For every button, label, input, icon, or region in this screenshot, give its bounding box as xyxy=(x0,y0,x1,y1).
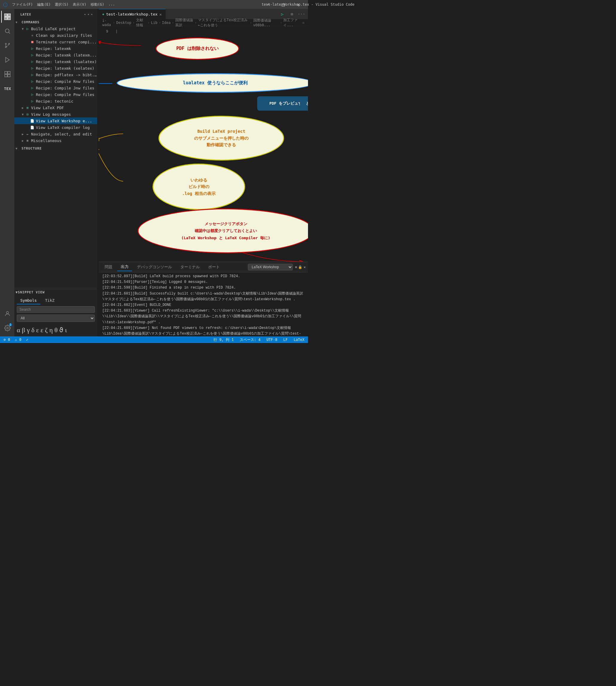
view-log-label: View Log messages xyxy=(31,112,71,117)
tree-item-recipe-lualatex[interactable]: ▶ ▷ Recipe: latexmk (lualatex) xyxy=(14,58,97,65)
tree-item-navigate[interactable]: ▶ ✏ Navigate, select, and edit xyxy=(14,131,97,137)
snippet-dropdown[interactable]: All xyxy=(17,315,95,322)
snippet-view-header[interactable]: ▼ SNIPPET VIEW xyxy=(14,289,97,296)
tree-item-recipe-jnw[interactable]: ▶ ▷ Recipe: Compile Jnw files xyxy=(14,85,97,91)
tree-section: ▼ COMMANDS ▼ ▷ Build LaTeX project ▶ ≡ C… xyxy=(14,19,97,289)
status-errors[interactable]: ⊘ 0 xyxy=(2,336,12,343)
terminal-close-icon[interactable]: ✕ xyxy=(304,265,306,269)
menu-view[interactable]: 表示(V) xyxy=(71,1,88,8)
tab-close-icon[interactable]: ✕ xyxy=(159,12,162,17)
terminal-tab-debug[interactable]: デバッグコンソール xyxy=(133,263,176,271)
view-pdf-chevron-icon: ▶ xyxy=(20,105,25,110)
r2-play-icon: ▷ xyxy=(30,53,35,58)
tree-item-view-workshop-e[interactable]: ▶ 📄 View LaTeX Workshop e... xyxy=(14,117,97,124)
section-commands[interactable]: ▼ COMMANDS xyxy=(14,19,97,25)
r5-play-icon: ▷ xyxy=(30,72,35,77)
svg-rect-7 xyxy=(8,71,10,74)
navigate-label: Navigate, select, and edit xyxy=(31,132,92,136)
activity-bar-bottom: 1 xyxy=(1,308,13,336)
activity-settings-icon[interactable]: 1 xyxy=(1,322,13,334)
more-actions-icon[interactable]: ··· xyxy=(297,10,306,18)
tree-item-recipe-latexmk[interactable]: ▶ ▷ Recipe: latexmk xyxy=(14,45,97,52)
bc-sep2: › xyxy=(132,21,135,25)
editor-area: ◈ test-latexWorkshop.tex ✕ ▷ ⊞ ··· i-wad… xyxy=(99,9,308,336)
bc-desktop[interactable]: Desktop xyxy=(116,21,132,25)
r7-label: Recipe: Compile Jnw files xyxy=(36,86,94,90)
r9-play-icon: ▷ xyxy=(30,99,35,104)
log-line-5: [22:04:21.602][Event] BUILD_DONE xyxy=(102,302,304,308)
tree-item-recipe-tectonic[interactable]: ▶ ▷ Recipe: tectonic xyxy=(14,98,97,104)
snippet-symbols: α β γ δ ε ε ζ η θ ϑ ι xyxy=(14,324,97,336)
check-icon: ✓ xyxy=(26,338,28,342)
bc-iwada[interactable]: i-wada xyxy=(102,19,112,27)
bc-lib[interactable]: Lib xyxy=(151,21,158,25)
activity-search-icon[interactable] xyxy=(1,25,13,37)
clean-icon: ≡ xyxy=(30,33,35,38)
menu-file[interactable]: ファイル(F) xyxy=(10,1,35,8)
menu-select[interactable]: 選択(S) xyxy=(53,1,70,8)
tree-item-recipe-latexmk2[interactable]: ▶ ▷ Recipe: latexmk (latexm... xyxy=(14,52,97,58)
sidebar-more-button[interactable]: ··· xyxy=(83,12,94,18)
section-structure[interactable]: ▼ STRUCTURE xyxy=(14,145,97,152)
status-warnings[interactable]: ⚠ 0 xyxy=(14,336,23,343)
run-icon[interactable]: ▷ xyxy=(278,10,286,18)
terminal-tab-terminal[interactable]: ターミナル xyxy=(177,263,203,271)
log-line-6: [22:04:21.603][Viewer] Call refreshExist… xyxy=(102,308,304,325)
bc-idea[interactable]: Idea xyxy=(162,21,171,25)
split-editor-icon[interactable]: ⊞ xyxy=(288,10,296,18)
tree-item-build-latex[interactable]: ▼ ▷ Build LaTeX project xyxy=(14,25,97,32)
r3-label: Recipe: latexmk (lualatex) xyxy=(36,60,97,64)
status-line-col[interactable]: 行 9, 列 1 xyxy=(212,336,235,343)
activity-debug-icon[interactable] xyxy=(1,54,13,66)
terminal-tab-port[interactable]: ポート xyxy=(204,263,223,271)
activity-account-icon[interactable] xyxy=(1,308,13,320)
menu-go[interactable]: 移動(G) xyxy=(89,1,106,8)
clean-up-label: Clean up auxiliary files xyxy=(36,33,92,38)
tree-item-clean-up[interactable]: ▶ ≡ Clean up auxiliary files xyxy=(14,32,97,39)
terminal-lock-icon[interactable]: 🔒 xyxy=(298,265,302,269)
tab-tikz[interactable]: TikZ xyxy=(42,297,58,305)
svg-point-3 xyxy=(9,43,10,45)
r9-label: Recipe: tectonic xyxy=(36,99,73,104)
snippet-search-input[interactable] xyxy=(17,306,95,313)
line-number-9: 9 xyxy=(99,28,108,34)
r4-label: Recipe: latexmk (xelatex) xyxy=(36,66,94,71)
svg-point-4 xyxy=(5,47,6,48)
terminal-tab-mondai[interactable]: 問題 xyxy=(101,263,116,271)
tree-item-view-log[interactable]: ▼ ⊟ View Log messages xyxy=(14,111,97,117)
status-check[interactable]: ✓ xyxy=(25,336,29,343)
terminate-icon: ■ xyxy=(30,40,35,44)
menu-more[interactable]: ... xyxy=(107,1,117,8)
r8-label: Recipe: Compile Pnw files xyxy=(36,92,94,97)
terminal-clear-icon[interactable]: ≡ xyxy=(295,265,297,269)
tab-symbols[interactable]: Symbols xyxy=(17,297,40,305)
menu-edit[interactable]: 編集(E) xyxy=(35,1,52,8)
tree-item-recipe-pnw[interactable]: ▶ ▷ Recipe: Compile Pnw files xyxy=(14,91,97,98)
log-line-3: [22:04:21.598][Build] Finished a step in… xyxy=(102,285,304,291)
tree-item-view-compiler-log[interactable]: ▶ 📄 View LaTeX compiler log xyxy=(14,124,97,131)
tree-item-terminate[interactable]: ▶ ■ Terminate current compi... xyxy=(14,39,97,45)
status-language[interactable]: LaTeX xyxy=(292,336,306,343)
tree-item-recipe-xelatex[interactable]: ▶ ▷ Recipe: latexmk (xelatex) xyxy=(14,65,97,71)
log-line-2: [22:04:21.549][Parser][TexLog] Logged 0 … xyxy=(102,279,304,285)
bc-sep8: › xyxy=(280,21,282,25)
tree-item-recipe-rnw[interactable]: ▶ ▷ Recipe: Compile Rnw files xyxy=(14,78,97,85)
sidebar-title: LATEX xyxy=(20,13,31,17)
snippet-chevron-icon: ▼ xyxy=(16,290,18,294)
tree-item-view-pdf[interactable]: ▶ ⊞ View LaTeX PDF xyxy=(14,104,97,111)
tree-item-recipe-pdflatex[interactable]: ▶ ▷ Recipe: pdflatex -> bibt... xyxy=(14,71,97,78)
tab-test-latexworkshop[interactable]: ◈ test-latexWorkshop.tex ✕ xyxy=(99,9,166,19)
activity-extensions-icon[interactable] xyxy=(1,68,13,80)
status-encoding[interactable]: UTF-8 xyxy=(265,336,279,343)
status-spaces[interactable]: スペース: 4 xyxy=(239,336,262,343)
terminal-tab-shutsuryoku[interactable]: 出力 xyxy=(117,263,132,271)
activity-explorer-icon[interactable] xyxy=(1,11,13,23)
r1-play-icon: ▷ xyxy=(30,46,35,51)
tree-item-miscellaneous[interactable]: ▶ ≡ Miscellaneous xyxy=(14,137,97,144)
status-eol[interactable]: LF xyxy=(282,336,289,343)
terminal-output-select[interactable]: LaTeX Workshop xyxy=(248,264,293,270)
activity-tex-icon[interactable]: TEX xyxy=(1,83,13,94)
warning-count: ⚠ 0 xyxy=(15,338,22,342)
snippet-view-title: SNIPPET VIEW xyxy=(18,290,45,294)
activity-git-icon[interactable] xyxy=(1,40,13,51)
